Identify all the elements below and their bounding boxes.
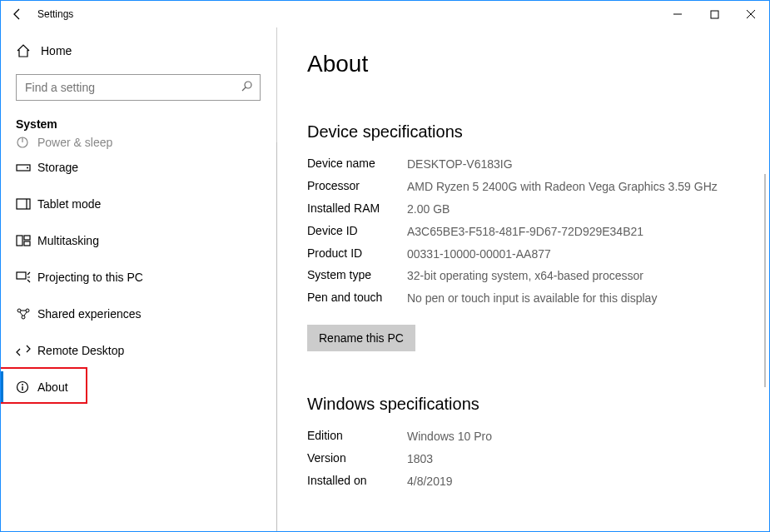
power-icon: [16, 136, 37, 149]
spec-value: 1803: [407, 451, 739, 467]
spec-value: 2.00 GB: [407, 201, 739, 217]
sidebar-item-shared-experiences[interactable]: Shared experiences: [1, 296, 276, 332]
maximize-button[interactable]: [696, 1, 733, 27]
search-icon: [240, 80, 253, 96]
sidebar-item-label: Storage: [37, 161, 78, 174]
spec-label: Product ID: [307, 246, 407, 262]
spec-value: No pen or touch input is available for t…: [407, 291, 739, 306]
tablet-icon: [16, 198, 37, 210]
svg-point-17: [26, 309, 29, 312]
svg-point-4: [245, 82, 251, 88]
svg-point-16: [17, 309, 21, 312]
sidebar-item-label: Remote Desktop: [37, 344, 124, 357]
spec-label: Device ID: [307, 224, 407, 240]
spec-value: 00331-10000-00001-AA877: [407, 246, 739, 262]
device-specs-heading: Device specifications: [307, 122, 739, 142]
windows-specs-heading: Windows specifications: [307, 395, 739, 414]
sidebar-item-label: Projecting to this PC: [37, 271, 143, 284]
close-button[interactable]: [733, 1, 769, 27]
svg-rect-10: [17, 199, 30, 209]
info-icon: [16, 380, 37, 394]
svg-rect-13: [24, 236, 30, 240]
spec-label: Processor: [307, 179, 407, 195]
sidebar-item-label: Multitasking: [37, 234, 99, 247]
sidebar-home[interactable]: Home: [16, 36, 261, 66]
spec-label: Device name: [307, 157, 407, 172]
spec-value: 4/8/2019: [407, 474, 739, 490]
sidebar-item-multitasking[interactable]: Multitasking: [1, 222, 276, 259]
shared-icon: [16, 307, 37, 321]
svg-rect-15: [17, 272, 26, 279]
sidebar-item-label: About: [37, 380, 68, 394]
sidebar-item-tablet-mode[interactable]: Tablet mode: [1, 186, 276, 222]
back-button[interactable]: [1, 1, 34, 27]
spec-label: System type: [307, 268, 407, 284]
svg-line-5: [242, 87, 246, 91]
spec-value: Windows 10 Pro: [407, 429, 739, 445]
sidebar-item-storage[interactable]: Storage: [1, 149, 276, 186]
spec-value: 32-bit operating system, x64-based proce…: [407, 268, 739, 284]
sidebar-home-label: Home: [36, 44, 72, 57]
sidebar-item-label: Tablet mode: [37, 197, 101, 211]
svg-point-18: [22, 316, 25, 319]
spec-label: Version: [307, 451, 407, 467]
search-input[interactable]: [16, 74, 261, 101]
svg-rect-12: [17, 236, 22, 246]
spec-label: Installed on: [307, 474, 407, 490]
minimize-button[interactable]: [659, 1, 696, 27]
svg-rect-14: [24, 241, 30, 246]
home-icon: [16, 43, 36, 58]
sidebar-category: System: [16, 117, 261, 131]
rename-pc-button[interactable]: Rename this PC: [307, 325, 415, 351]
scroll-indicator[interactable]: [764, 174, 766, 387]
sidebar: Home System Power & sleep Storage: [1, 27, 276, 531]
multitasking-icon: [16, 235, 37, 246]
title-bar: Settings: [1, 1, 769, 27]
sidebar-item-about[interactable]: About: [1, 369, 276, 405]
spec-label: Edition: [307, 429, 407, 445]
svg-point-20: [22, 384, 23, 385]
sidebar-item-power-sleep[interactable]: Power & sleep: [1, 134, 276, 149]
search-field[interactable]: [23, 80, 240, 95]
app-title: Settings: [34, 8, 73, 20]
remote-desktop-icon: [16, 344, 37, 357]
sidebar-item-projecting[interactable]: Projecting to this PC: [1, 259, 276, 296]
sidebar-item-label: Shared experiences: [37, 307, 142, 321]
spec-value: A3C65BE3-F518-481F-9D67-72D929E34B21: [407, 224, 739, 240]
sidebar-nav: Power & sleep Storage Tablet mode Multit…: [1, 134, 276, 405]
window-controls: [659, 1, 769, 27]
content-area: About Device specifications Device nameD…: [276, 27, 769, 531]
sidebar-item-label: Power & sleep: [37, 136, 112, 149]
page-title: About: [307, 51, 739, 77]
spec-value: AMD Ryzen 5 2400G with Radeon Vega Graph…: [407, 179, 739, 195]
svg-point-9: [27, 167, 28, 169]
storage-icon: [16, 162, 37, 173]
projecting-icon: [16, 271, 37, 283]
sidebar-item-remote-desktop[interactable]: Remote Desktop: [1, 332, 276, 369]
spec-label: Pen and touch: [307, 291, 407, 306]
spec-label: Installed RAM: [307, 201, 407, 217]
svg-rect-1: [711, 11, 718, 18]
spec-value: DESKTOP-V6183IG: [407, 157, 739, 172]
